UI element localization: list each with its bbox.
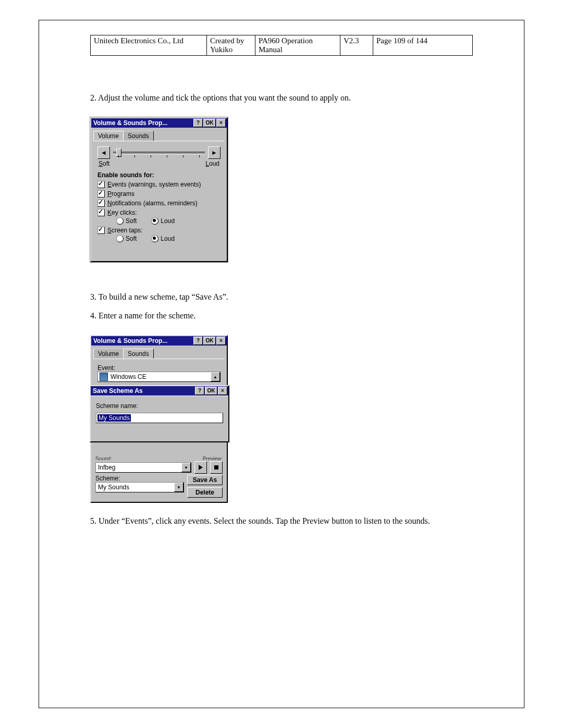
- hdr-version: V2.3: [340, 35, 373, 56]
- cut-preview-label: Preview:: [203, 456, 223, 460]
- tab-sounds[interactable]: Sounds: [123, 131, 154, 141]
- volume-slider[interactable]: [113, 147, 205, 158]
- sub-ok-button[interactable]: OK: [205, 387, 217, 395]
- sound-value: Infbeg: [96, 464, 181, 471]
- enable-sounds-label: Enable sounds for:: [97, 171, 221, 179]
- sounds-panel: Event: Windows CE ▲: [93, 359, 225, 385]
- step-4: 4. Enter a name for the scheme.: [90, 311, 473, 320]
- ok-button-2[interactable]: OK: [203, 337, 216, 345]
- bottom-area: Sound: Preview: Infbeg ▼ Scheme: My: [91, 456, 227, 501]
- scheme-value: My Sounds: [96, 484, 174, 491]
- document-page: Unitech Electronics Co., Ltd Created by …: [0, 0, 563, 728]
- checkbox-programs[interactable]: [97, 190, 105, 198]
- checkbox-events-label: Events (warnings, system events): [107, 181, 201, 188]
- chevron-down-icon[interactable]: ▼: [181, 463, 191, 472]
- chevron-down-icon-2[interactable]: ▼: [174, 483, 183, 492]
- page-frame: Unitech Electronics Co., Ltd Created by …: [39, 20, 524, 708]
- preview-stop-button[interactable]: [210, 461, 223, 474]
- checkbox-screentaps-label: Screen taps:: [107, 227, 142, 234]
- scheme-name-input[interactable]: My Sounds: [96, 413, 223, 423]
- window-title-2: Volume & Sounds Prop...: [92, 337, 193, 344]
- delete-button[interactable]: Delete: [187, 487, 223, 498]
- tab-sounds-2[interactable]: Sounds: [123, 349, 154, 359]
- checkbox-keyclicks-label: Key clicks:: [107, 209, 137, 216]
- loud-label: Loud: [205, 160, 219, 167]
- checkbox-keyclicks[interactable]: [97, 209, 105, 216]
- radio-soft-label-2: Soft: [126, 235, 137, 242]
- sub-title: Save Scheme As: [92, 387, 194, 394]
- volume-sounds-dialog-2: Volume & Sounds Prop... ? OK × Volume So…: [90, 335, 228, 503]
- step-2: 2. Adjust the volume and tick the option…: [90, 93, 473, 103]
- help-button[interactable]: ?: [193, 119, 203, 127]
- scheme-name-value: My Sounds: [97, 414, 131, 422]
- step-5: 5. Under “Events”, click any events. Sel…: [90, 516, 473, 526]
- titlebar: Volume & Sounds Prop... ? OK ×: [91, 118, 227, 128]
- radio-screentaps-soft[interactable]: [116, 235, 124, 242]
- scheme-name-label: Scheme name:: [96, 402, 223, 410]
- scheme-label: Scheme:: [95, 475, 184, 482]
- chevron-up-icon[interactable]: ▲: [211, 372, 220, 381]
- titlebar-2: Volume & Sounds Prop... ? OK ×: [91, 336, 227, 346]
- radio-loud-label: Loud: [161, 217, 175, 225]
- close-button-2[interactable]: ×: [216, 337, 226, 345]
- radio-keyclicks-loud[interactable]: [151, 217, 158, 225]
- preview-play-button[interactable]: [194, 461, 207, 474]
- save-as-button[interactable]: Save As: [187, 475, 223, 485]
- scheme-dropdown[interactable]: My Sounds ▼: [95, 482, 184, 492]
- checkbox-notifications[interactable]: [97, 200, 105, 207]
- checkbox-events[interactable]: [97, 181, 105, 188]
- window-title: Volume & Sounds Prop...: [92, 119, 193, 127]
- event-value: Windows CE: [109, 373, 211, 380]
- tab-volume-2[interactable]: Volume: [93, 349, 124, 359]
- cut-sound-label: Sound:: [95, 456, 112, 460]
- close-button[interactable]: ×: [216, 119, 226, 127]
- sub-help-button[interactable]: ?: [195, 387, 204, 395]
- event-dropdown[interactable]: Windows CE ▲: [97, 372, 221, 382]
- radio-screentaps-loud[interactable]: [151, 235, 158, 242]
- volume-down-button[interactable]: ◄: [97, 146, 110, 159]
- radio-soft-label: Soft: [126, 217, 137, 225]
- stop-icon: [214, 465, 218, 470]
- radio-keyclicks-soft[interactable]: [116, 217, 124, 225]
- sub-close-button[interactable]: ×: [218, 387, 227, 395]
- hdr-page: Page 109 of 144: [373, 35, 473, 56]
- windows-icon: [100, 373, 108, 381]
- event-label: Event:: [97, 364, 221, 372]
- volume-panel: ◄ ► Soft Loud Enable sounds for:: [93, 141, 225, 261]
- soft-label: Soft: [99, 160, 109, 167]
- checkbox-programs-label: Programs: [107, 190, 134, 198]
- save-scheme-dialog: Save Scheme As ? OK × Scheme name: My So…: [90, 385, 229, 442]
- header-table: Unitech Electronics Co., Ltd Created by …: [90, 35, 473, 56]
- tab-volume[interactable]: Volume: [93, 131, 124, 141]
- hdr-doc: PA960 Operation Manual: [255, 35, 340, 56]
- hdr-created: Created by Yukiko: [207, 35, 255, 56]
- sub-titlebar: Save Scheme As ? OK ×: [91, 386, 228, 396]
- volume-sounds-dialog-1: Volume & Sounds Prop... ? OK × Volume So…: [90, 117, 228, 262]
- radio-loud-label-2: Loud: [161, 235, 175, 242]
- volume-up-button[interactable]: ►: [208, 146, 221, 159]
- checkbox-notifications-label: Notifications (alarms, reminders): [107, 200, 198, 207]
- hdr-company: Unitech Electronics Co., Ltd: [91, 35, 207, 56]
- checkbox-screentaps[interactable]: [97, 227, 105, 234]
- help-button-2[interactable]: ?: [193, 337, 203, 345]
- play-icon: [199, 465, 203, 470]
- step-3: 3. To build a new scheme, tap “Save As”.: [90, 292, 473, 302]
- sound-dropdown[interactable]: Infbeg ▼: [95, 462, 191, 473]
- ok-button[interactable]: OK: [203, 119, 216, 127]
